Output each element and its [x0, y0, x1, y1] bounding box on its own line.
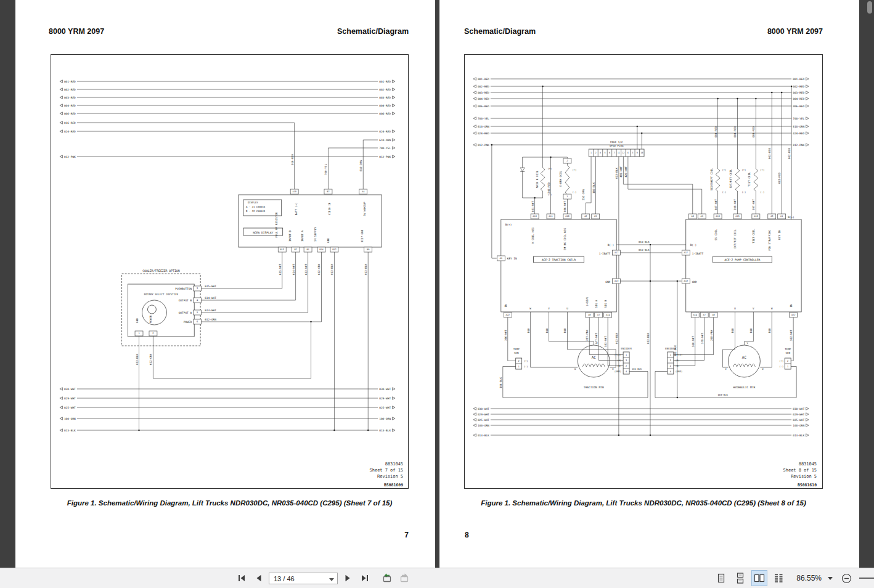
svg-text:(GND): (GND)	[676, 370, 682, 373]
svg-text:2: 2	[626, 365, 627, 367]
svg-text:(GND): (GND)	[615, 370, 621, 373]
zoom-dropdown-caret-icon	[828, 577, 833, 580]
svg-text:1: 1	[518, 365, 520, 368]
svg-text:700-YEL: 700-YEL	[379, 147, 391, 150]
svg-text:2: 2	[595, 152, 596, 154]
continuous-page-view-icon	[735, 573, 746, 584]
svg-text:COOLER/FREEZER OPTION: COOLER/FREEZER OPTION	[142, 269, 179, 272]
continuous-page-view-button[interactable]	[733, 571, 748, 586]
zoom-level-value[interactable]: 86.55%	[796, 574, 822, 582]
svg-text:2: 2	[566, 160, 568, 162]
svg-text:025-WHT: 025-WHT	[478, 419, 489, 422]
svg-text:SS COIL: SS COIL	[714, 229, 717, 240]
svg-text:(+): (+)	[741, 168, 746, 171]
page-header-right: 8000 YRM 2097	[767, 27, 823, 36]
svg-text:004-RED: 004-RED	[478, 97, 489, 100]
vertical-scrollbar-thumb[interactable]	[867, 1, 872, 14]
svg-text:1: 1	[590, 152, 592, 154]
svg-text:A14: A14	[606, 314, 610, 316]
svg-text:TEMP: TEMP	[785, 348, 791, 351]
zoom-slider-line-icon	[859, 577, 874, 579]
page-number: 8	[465, 531, 469, 539]
zoom-slider-track[interactable]	[859, 571, 874, 586]
svg-text:(B): (B)	[676, 364, 680, 367]
svg-text:ENCODER: ENCODER	[621, 347, 632, 350]
svg-text:560-WHT: 560-WHT	[692, 336, 695, 347]
svg-text:029-WHT: 029-WHT	[478, 413, 489, 416]
svg-text:U: U	[725, 367, 726, 370]
svg-text:B(+): B(+)	[788, 216, 794, 219]
svg-text:BLK: BLK	[563, 328, 566, 333]
svg-text:B(+): B(+)	[505, 223, 512, 226]
svg-text:Revision 5: Revision 5	[377, 474, 403, 479]
svg-text:EXT/RET COIL: EXT/RET COIL	[730, 169, 733, 188]
svg-text:(-): (-)	[524, 365, 528, 368]
svg-text:PIN STRAPPING: PIN STRAPPING	[768, 230, 771, 251]
continuous-facing-view-button[interactable]	[771, 571, 786, 586]
svg-text:(A): (A)	[676, 359, 680, 362]
svg-text:A16: A16	[533, 215, 536, 218]
svg-text:013-BLK: 013-BLK	[478, 434, 489, 437]
facing-page-view-button[interactable]	[752, 571, 767, 586]
single-page-view-button[interactable]	[714, 571, 729, 586]
page-number-input[interactable]: 13 / 46	[269, 573, 338, 584]
svg-text:A7: A7	[703, 314, 706, 316]
svg-text:BATT (+): BATT (+)	[295, 203, 298, 216]
first-page-button[interactable]	[234, 571, 249, 586]
svg-text:A1: A1	[780, 215, 783, 218]
figure-caption: Figure 1. Schematic/Wiring Diagram, Lift…	[464, 499, 823, 507]
svg-text:A5: A5	[701, 215, 703, 218]
svg-text:ACE-2 TRACTION CNTLR: ACE-2 TRACTION CNTLR	[542, 258, 576, 261]
svg-text:615-WHT: 615-WHT	[205, 285, 216, 288]
last-page-button[interactable]	[357, 571, 372, 586]
svg-text:10: 10	[640, 152, 643, 154]
svg-text:003-RED: 003-RED	[478, 91, 489, 94]
svg-text:V: V	[746, 341, 748, 345]
svg-text:W: W	[574, 367, 576, 370]
svg-text:SPID PLUG: SPID PLUG	[610, 144, 624, 147]
svg-text:INPUT A: INPUT A	[301, 231, 304, 242]
continuous-facing-view-icon	[773, 573, 784, 584]
svg-text:004-RED: 004-RED	[752, 126, 755, 137]
svg-text:W: W	[762, 367, 764, 370]
svg-text:006-RED: 006-RED	[64, 112, 76, 115]
pdf-page-sheet-7: 8000 YRM 2097 Schematic/Diagram 001-RED0…	[15, 0, 435, 568]
svg-text:A1: A1	[500, 257, 502, 259]
svg-text:MAIN K COIL: MAIN K COIL	[536, 170, 539, 188]
svg-text:V: V	[753, 307, 754, 310]
svg-text:001-RED: 001-RED	[379, 80, 391, 83]
svg-text:610-ORN: 610-ORN	[478, 125, 489, 128]
svg-text:KEY IN: KEY IN	[778, 230, 781, 240]
zoom-out-button[interactable]	[839, 571, 854, 586]
page-header-left: 8000 YRM 2097	[49, 27, 104, 36]
previous-view-button[interactable]	[380, 571, 394, 586]
svg-text:(+): (+)	[722, 168, 727, 171]
svg-text:U: U	[734, 307, 736, 310]
svg-text:PUSHBUTTON: PUSHBUTTON	[175, 287, 192, 290]
next-view-icon	[399, 573, 410, 584]
svg-text:B(-): B(-)	[608, 243, 615, 247]
next-view-button[interactable]	[397, 571, 412, 586]
svg-text:U: U	[566, 307, 568, 310]
facing-page-view-icon	[754, 573, 765, 584]
svg-text:A22: A22	[506, 314, 510, 316]
svg-text:103-BLK: 103-BLK	[717, 393, 728, 396]
next-page-button[interactable]	[340, 571, 355, 586]
svg-text:002-RED: 002-RED	[379, 88, 391, 91]
svg-text:4: 4	[670, 370, 671, 373]
previous-page-button[interactable]	[251, 571, 266, 586]
svg-text:100-ORN: 100-ORN	[64, 417, 76, 420]
svg-text:B12: B12	[332, 248, 336, 251]
svg-text:4: 4	[197, 299, 198, 301]
zoom-out-icon	[841, 573, 852, 584]
svg-text:030-WHT: 030-WHT	[793, 407, 804, 410]
svg-text:610-ORN: 610-ORN	[379, 139, 391, 142]
svg-text:002-RED: 002-RED	[793, 85, 804, 88]
svg-text:3: 3	[626, 359, 627, 362]
svg-text:8831045: 8831045	[799, 462, 817, 467]
zoom-dropdown-button[interactable]	[826, 571, 835, 586]
svg-text:013-BLK: 013-BLK	[647, 333, 650, 344]
svg-text:INPUT B: INPUT B	[288, 231, 292, 242]
svg-text:B - J2 CS8045: B - J2 CS8045	[246, 210, 266, 213]
svg-text:3: 3	[670, 359, 671, 362]
